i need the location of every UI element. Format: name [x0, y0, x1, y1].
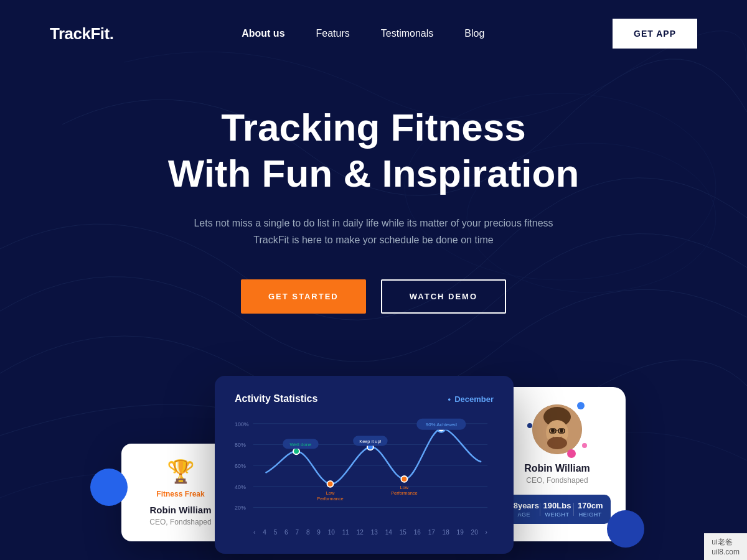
- stat-height: 170cm HEIGHT: [574, 501, 607, 518]
- blue-circle-left: [90, 469, 128, 506]
- nav-link-about[interactable]: About us: [242, 28, 284, 39]
- activity-card-header: Activity Statistics December: [235, 393, 494, 404]
- svg-point-15: [327, 481, 334, 487]
- activity-month: December: [448, 394, 494, 404]
- svg-text:60%: 60%: [235, 463, 246, 469]
- profile-role-left: CEO, Fondshaped: [139, 518, 222, 526]
- hero-title-line2: With Fun & Inspiration: [168, 152, 580, 195]
- watch-demo-button[interactable]: WATCH DEMO: [381, 279, 506, 314]
- get-app-button[interactable]: GET APP: [613, 19, 697, 49]
- svg-text:Performance: Performance: [391, 490, 417, 496]
- hero-buttons: GET STARTED WATCH DEMO: [50, 279, 697, 314]
- nav-link-features[interactable]: Featurs: [316, 28, 350, 39]
- svg-point-12: [293, 449, 299, 455]
- x-axis-arrow-right: ›: [486, 529, 487, 536]
- svg-text:Low: Low: [400, 485, 409, 490]
- trophy-icon: 🏆: [139, 459, 222, 485]
- x-axis-arrow-left: ‹: [253, 529, 255, 536]
- stat-height-value: 170cm: [574, 501, 607, 510]
- get-started-button[interactable]: GET STARTED: [241, 279, 366, 314]
- svg-text:Keep it up!: Keep it up!: [359, 439, 381, 445]
- fitness-freak-badge: Fitness Freak: [139, 490, 222, 498]
- svg-point-21: [401, 476, 407, 482]
- hero-subtitle-line2: TrackFit is here to make yor schedule be…: [253, 235, 493, 245]
- hero-subtitle-line1: Lets not miss a single to do list in dai…: [194, 218, 553, 228]
- stat-weight: 190Lbs WEIGHT: [540, 501, 573, 518]
- hero-title: Tracking Fitness With Fun & Inspiration: [50, 105, 697, 197]
- dot-dark: [527, 423, 532, 428]
- stat-weight-value: 190Lbs: [540, 501, 573, 510]
- stat-height-label: HEIGHT: [574, 511, 607, 518]
- nav-link-testimonals[interactable]: Testimonals: [381, 28, 433, 39]
- activity-chart: 100% 80% 60% 40% 20%: [235, 417, 494, 529]
- hero-subtitle: Lets not miss a single to do list in dai…: [50, 215, 697, 248]
- svg-point-35: [547, 437, 567, 449]
- stat-weight-label: WEIGHT: [540, 511, 573, 518]
- svg-text:Performance: Performance: [317, 496, 343, 502]
- activity-card: Activity Statistics December 100% 80% 60…: [215, 376, 514, 554]
- avatar-svg: [532, 404, 582, 454]
- svg-text:100%: 100%: [235, 421, 249, 427]
- watermark-line1: ui老爸: [712, 537, 740, 548]
- cards-section: 🏆 Fitness Freak Robin William CEO, Fonds…: [0, 376, 747, 554]
- nav-item-about[interactable]: About us: [242, 28, 284, 39]
- dot-pink-large: [567, 449, 576, 458]
- hero-title-line1: Tracking Fitness: [221, 106, 525, 149]
- watermark-line2: uil8.com: [712, 548, 740, 556]
- svg-text:20%: 20%: [235, 505, 246, 511]
- hero-section: Tracking Fitness With Fun & Inspiration …: [0, 67, 747, 376]
- svg-point-31: [560, 429, 563, 432]
- blue-circle-right: [607, 510, 644, 548]
- brand-logo: TrackFit.: [50, 24, 113, 44]
- avatar: [532, 404, 582, 454]
- nav-links: About us Featurs Testimonals Blog: [242, 28, 484, 39]
- nav-item-features[interactable]: Featurs: [316, 28, 350, 39]
- dot-pink-small: [582, 443, 587, 448]
- nav-item-blog[interactable]: Blog: [464, 28, 484, 39]
- svg-text:Well done: Well done: [289, 442, 312, 448]
- svg-text:40%: 40%: [235, 484, 246, 490]
- chart-area: 100% 80% 60% 40% 20%: [235, 417, 494, 541]
- svg-text:Low: Low: [326, 490, 335, 496]
- nav-item-testimonals[interactable]: Testimonals: [381, 28, 433, 39]
- nav-link-blog[interactable]: Blog: [464, 28, 484, 39]
- svg-point-30: [551, 429, 555, 432]
- svg-text:80%: 80%: [235, 442, 246, 449]
- navbar: TrackFit. About us Featurs Testimonals B…: [0, 0, 747, 67]
- activity-title: Activity Statistics: [235, 393, 317, 404]
- avatar-container: [532, 404, 582, 454]
- svg-text:90% Achieved: 90% Achieved: [426, 422, 457, 427]
- profile-role-right: CEO, Fondshaped: [504, 476, 611, 485]
- profile-name-left: Robin William: [139, 505, 222, 515]
- page-wrapper: TrackFit. About us Featurs Testimonals B…: [0, 0, 747, 560]
- profile-stats: 28years AGE 190Lbs WEIGHT 170cm HEIGHT: [504, 495, 611, 524]
- dot-blue: [577, 402, 585, 409]
- watermark: ui老爸 uil8.com: [704, 533, 747, 560]
- profile-name-right: Robin William: [504, 463, 611, 474]
